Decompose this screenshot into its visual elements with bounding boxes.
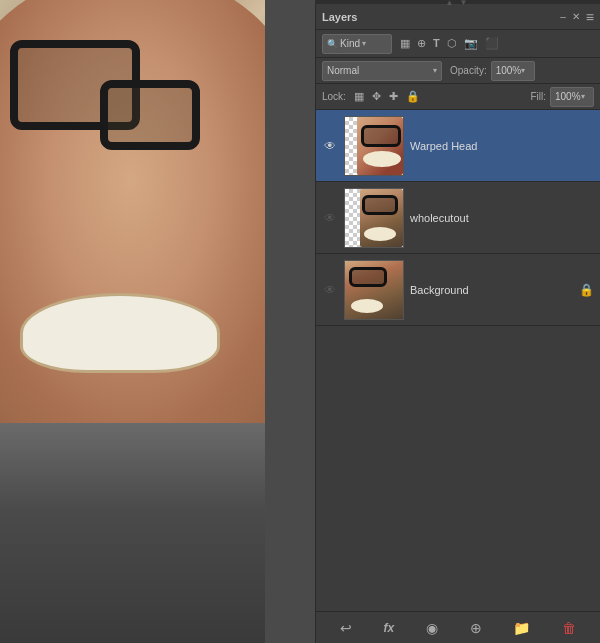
layer-item[interactable]: 👁 wholecutout (316, 182, 600, 254)
thumbnail-face (357, 117, 403, 175)
resize-dots: ▲ ▼ (445, 0, 469, 7)
filter-row: 🔍 Kind ▾ ▦ ⊕ T ⬡ 📷 ⬛ (316, 30, 600, 58)
link-layers-button[interactable]: ↩ (336, 618, 356, 638)
layer-lock-icon: 🔒 (579, 283, 594, 297)
layer-thumbnail-wholecutout (344, 188, 404, 248)
eye-icon: 👁 (324, 139, 336, 153)
blend-mode-label: Normal (327, 65, 359, 76)
layer-name-warped-head: Warped Head (410, 140, 594, 152)
fill-chevron: ▾ (581, 92, 585, 101)
eye-icon: 👁 (324, 211, 336, 225)
panel-close-button[interactable]: ✕ (572, 11, 580, 22)
layer-thumbnail-background (344, 260, 404, 320)
lock-label: Lock: (322, 91, 346, 102)
layer-info-wholecutout: wholecutout (410, 212, 594, 224)
canvas-area (0, 0, 265, 643)
layer-visibility-background[interactable]: 👁 (322, 282, 338, 298)
blend-mode-select[interactable]: Normal ▾ (322, 61, 442, 81)
layer-item[interactable]: 👁 Background 🔒 (316, 254, 600, 326)
lock-image-button[interactable]: ✥ (370, 89, 383, 104)
layer-effects-button[interactable]: fx (380, 619, 399, 637)
filter-kind-chevron: ▾ (362, 39, 366, 48)
filter-shape-icon[interactable]: ⬡ (445, 36, 459, 51)
new-group-button[interactable]: 📁 (509, 618, 534, 638)
panel-titlebar: Layers – ✕ ≡ (316, 4, 600, 30)
filter-kind-label: Kind (340, 38, 360, 49)
search-icon: 🔍 (327, 39, 338, 49)
panel-controls: – ✕ ≡ (560, 9, 594, 25)
blend-row: Normal ▾ Opacity: 100% ▾ (316, 58, 600, 84)
canvas-bottom (0, 423, 265, 643)
layer-name-wholecutout: wholecutout (410, 212, 594, 224)
panel-collapse-button[interactable]: – (560, 11, 566, 22)
blend-mode-chevron: ▾ (433, 66, 437, 75)
teeth-area (20, 293, 220, 373)
lock-position-button[interactable]: ✚ (387, 89, 400, 104)
filter-kind-select[interactable]: 🔍 Kind ▾ (322, 34, 392, 54)
hoodie-area (0, 423, 265, 643)
layer-item[interactable]: 👁 Warped Head (316, 110, 600, 182)
layer-thumbnail-warped-head (344, 116, 404, 176)
filter-type-icon[interactable]: T (431, 36, 442, 51)
fill-label: Fill: (530, 91, 546, 102)
filter-icons: ▦ ⊕ T ⬡ 📷 ⬛ (398, 36, 501, 51)
filter-adjustment-icon[interactable]: ⊕ (415, 36, 428, 51)
layer-visibility-wholecutout[interactable]: 👁 (322, 210, 338, 226)
lock-row: Lock: ▦ ✥ ✚ 🔒 Fill: 100% ▾ (316, 84, 600, 110)
layers-toolbar: ↩ fx ◉ ⊕ 📁 🗑 (316, 611, 600, 643)
layer-info-background: Background (410, 284, 573, 296)
fill-value: 100% (555, 91, 581, 102)
glasses-right (100, 80, 200, 150)
opacity-chevron: ▾ (521, 66, 525, 75)
panel-resize-bar[interactable]: ▲ ▼ (315, 0, 600, 4)
layer-info-warped-head: Warped Head (410, 140, 594, 152)
filter-pixel-icon[interactable]: ▦ (398, 36, 412, 51)
panel-title: Layers (322, 11, 357, 23)
adjustment-layer-button[interactable]: ⊕ (466, 618, 486, 638)
lock-pixels-button[interactable]: ▦ (352, 89, 366, 104)
layer-name-background: Background (410, 284, 573, 296)
lock-all-button[interactable]: 🔒 (404, 89, 422, 104)
layers-panel: ▲ ▼ Layers – ✕ ≡ 🔍 Kind ▾ ▦ ⊕ T ⬡ 📷 ⬛ No… (315, 0, 600, 643)
add-mask-button[interactable]: ◉ (422, 618, 442, 638)
opacity-input[interactable]: 100% ▾ (491, 61, 535, 81)
filter-toggle-icon[interactable]: ⬛ (483, 36, 501, 51)
delete-layer-button[interactable]: 🗑 (558, 618, 580, 638)
face-top (0, 0, 265, 423)
panel-menu-button[interactable]: ≡ (586, 9, 594, 25)
eye-icon: 👁 (324, 283, 336, 297)
opacity-label: Opacity: (450, 65, 487, 76)
filter-smart-icon[interactable]: 📷 (462, 36, 480, 51)
opacity-value: 100% (496, 65, 522, 76)
layer-visibility-warped-head[interactable]: 👁 (322, 138, 338, 154)
layers-list[interactable]: 👁 Warped Head 👁 (316, 110, 600, 611)
fill-input[interactable]: 100% ▾ (550, 87, 594, 107)
lock-icons: ▦ ✥ ✚ 🔒 (352, 89, 422, 104)
